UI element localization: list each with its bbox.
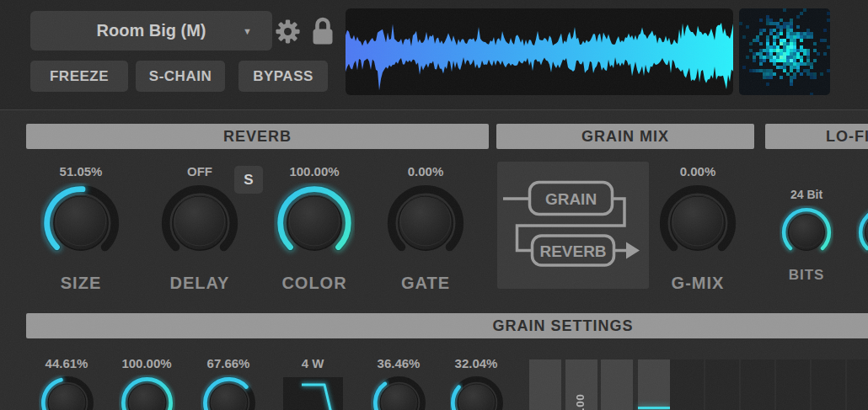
step-bar-value-label: -12.00 [574,365,587,410]
grain-knob6-value: 32.04% [434,356,518,371]
gate-knob-label: GATE [375,274,476,293]
step-bar-1[interactable] [529,359,561,410]
step-bar-4[interactable] [638,359,670,410]
grain-node-label: GRAIN [545,190,597,208]
size-knob-unit: 51.05% SIZE [30,164,131,293]
lofi-section-title: LO-FI [826,128,868,146]
grain-knob2-value: 100.00% [104,356,189,371]
reverb-section-title: REVERB [223,128,292,146]
step-bar-indicator [638,407,670,409]
lofi-section-header: LO-FI [765,124,868,149]
waveform-shape [346,23,733,90]
delay-knob-label: DELAY [149,274,250,293]
preset-name: Room Big (M) [97,21,206,40]
gate-knob[interactable] [375,183,476,264]
grain-knob6-unit: 32.04% [434,356,518,410]
color-knob-label: COLOR [264,274,365,293]
gmix-knob-unit: 0.00% G-MIX [647,164,748,293]
step-bar-9[interactable] [812,359,845,410]
reverb-node-label: REVERB [539,242,606,260]
size-knob[interactable] [30,183,131,264]
step-bar-10[interactable] [847,359,868,410]
sidechain-button[interactable]: S-CHAIN [136,61,225,92]
color-knob-unit: 100.00% COLOR [264,164,365,293]
grain-window-value: 4 W [271,356,355,371]
reverb-section-header: REVERB [26,124,489,149]
grain-window-selector[interactable] [283,377,343,410]
waveform-display[interactable] [346,8,733,95]
grain-knob2[interactable] [104,375,189,410]
delay-sync-button[interactable]: S [234,166,263,194]
settings-gear-icon[interactable] [275,19,301,48]
grain-window-unit: 4 W [271,356,355,371]
preset-selector[interactable]: Room Big (M) ▼ [30,11,272,51]
gmix-knob[interactable] [647,183,748,264]
step-bar-7[interactable] [741,359,774,410]
delay-sync-button-label: S [244,172,253,189]
grain-knob5[interactable] [356,375,441,410]
bypass-button-label: BYPASS [253,68,313,85]
top-bar: Room Big (M) ▼ [0,0,868,110]
grain-settings-section-header: GRAIN SETTINGS [26,313,868,338]
bits-knob-label: BITS [756,267,857,284]
color-knob-value: 100.00% [264,164,365,179]
lofi-partial-knob-value [833,187,868,202]
grain-knob5-value: 36.46% [356,356,441,371]
grain-knob3[interactable] [186,375,271,410]
color-knob[interactable] [264,183,365,264]
gate-knob-unit: 0.00% GATE [375,164,476,293]
grain-knob3-unit: 67.66% [186,356,271,410]
grain-knob5-unit: 36.46% [356,356,441,410]
lock-icon[interactable] [310,16,335,49]
grain-settings-section-title: GRAIN SETTINGS [492,317,633,335]
gate-knob-value: 0.00% [375,164,476,179]
step-bar-2[interactable]: -12.00 [565,359,597,410]
freeze-button-label: FREEZE [50,68,109,85]
step-bar-5[interactable] [670,359,704,410]
step-bar-6[interactable] [705,359,739,410]
dropdown-arrow-icon: ▼ [243,26,252,36]
grain-mix-section-title: GRAIN MIX [581,128,669,146]
sidechain-button-label: S-CHAIN [149,68,212,85]
grain-knob1-value: 44.61% [24,356,109,371]
grain-step-display: -12.00 [529,359,868,410]
step-bar-3[interactable] [601,359,633,410]
grain-knob1-unit: 44.61% [24,356,109,410]
bypass-button[interactable]: BYPASS [238,61,328,92]
main-panel: REVERB GRAIN MIX LO-FI GRAIN SETTINGS 51… [0,110,868,410]
grain-knob2-unit: 100.00% [104,356,189,410]
plugin-window: Room Big (M) ▼ [0,0,868,410]
step-bar-8[interactable] [776,359,810,410]
lofi-partial-knob-unit [833,187,868,259]
gmix-knob-value: 0.00% [647,164,748,179]
grain-mix-section-header: GRAIN MIX [496,124,754,149]
grain-knob6[interactable] [434,375,518,410]
grain-cloud-display [739,8,830,95]
grain-knob1[interactable] [24,375,109,410]
delay-knob[interactable] [149,183,250,264]
lofi-partial-knob[interactable] [833,205,868,259]
routing-arrow-icon [626,242,640,259]
grain-knob3-value: 67.66% [186,356,271,371]
size-knob-value: 51.05% [30,164,131,179]
freeze-button[interactable]: FREEZE [30,61,128,92]
routing-diagram[interactable]: GRAIN REVERB [497,162,649,289]
gmix-knob-label: G-MIX [647,274,748,293]
size-knob-label: SIZE [30,274,131,293]
